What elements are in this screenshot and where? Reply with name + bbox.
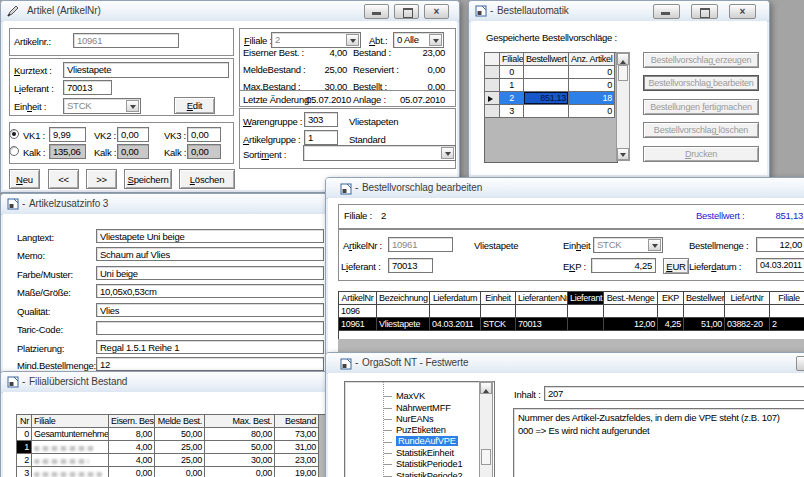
col-header[interactable]: Melde Best.	[155, 415, 205, 428]
titlebar-artikel[interactable]: Artikel (ArtikelNr) ×	[1, 1, 459, 22]
col-header[interactable]: Einheit	[481, 292, 516, 305]
titlebar-festwerte[interactable]: - OrgaSoft NT - Festwerte	[326, 353, 804, 374]
bestellvorschlag-bearbeiten-button[interactable]: Bestellvorschlag bearbeiten	[643, 75, 759, 91]
scroll-up-button[interactable]	[480, 382, 492, 394]
sortiment-combo[interactable]	[303, 145, 456, 161]
chevron-down-icon[interactable]	[648, 239, 661, 251]
col-header[interactable]: ArtikelNr	[339, 292, 377, 305]
col-header[interactable]: Bestellwert	[684, 292, 725, 305]
titlebar-bestellvorschlag[interactable]: - Bestellvorschlag bearbeiten	[326, 178, 804, 199]
col-header[interactable]: Lieferdatum	[430, 292, 481, 305]
tree-item-selected[interactable]: RundeAufVPE	[396, 436, 458, 446]
artikelnr-field[interactable]: 10961	[388, 237, 453, 252]
vk1-field[interactable]: 9,99	[49, 127, 86, 142]
bestellvorschlag-loeschen-button[interactable]: Bestellvorschlag löschen	[643, 122, 759, 138]
maximize-button[interactable]	[394, 4, 419, 19]
artikelnr-field[interactable]: 10961	[73, 33, 179, 48]
vk3-field[interactable]: 0,00	[187, 127, 221, 142]
taric-field[interactable]	[96, 321, 324, 335]
chevron-down-icon[interactable]	[346, 34, 359, 46]
eur-button[interactable]: EUR	[663, 258, 689, 274]
scrollbar-thumb[interactable]	[481, 449, 491, 465]
speichern-button[interactable]: Speichern	[124, 169, 172, 189]
lieferant-field[interactable]: 70013	[63, 80, 112, 95]
col-header[interactable]: Anz. Artikel	[569, 53, 615, 66]
scroll-down-button[interactable]	[617, 148, 629, 160]
col-header[interactable]: Bestellwert	[524, 53, 569, 66]
vk2-field[interactable]: 0,00	[117, 127, 149, 142]
tree-item[interactable]: StatistikEinheit	[396, 448, 454, 458]
col-header[interactable]: Eisern. Best.	[109, 415, 155, 428]
ekp-field[interactable]: 4,25	[591, 258, 656, 273]
tree-scrollbar[interactable]	[479, 381, 493, 477]
neu-button[interactable]: Neu	[9, 169, 40, 189]
col-header[interactable]: LieferantenNr	[516, 292, 568, 305]
kurztext-field[interactable]: Vliestapete	[63, 62, 229, 78]
tree-item[interactable]: MaxVK	[396, 391, 425, 401]
tree-item[interactable]: NährwertMFF	[396, 403, 451, 413]
platzierung-field[interactable]: Regal 1.5.1 Reihe 1	[96, 340, 324, 354]
close-button[interactable]: ×	[729, 4, 756, 19]
grid-scrollbar[interactable]	[616, 52, 630, 161]
memo-field[interactable]: Schaum auf Vlies	[96, 247, 324, 261]
qualitaet-field[interactable]: Vlies	[96, 303, 324, 317]
prev-button[interactable]: <<	[48, 169, 79, 189]
filiale-combo[interactable]: 2	[271, 32, 361, 48]
minimize-button[interactable]	[653, 4, 680, 19]
col-header[interactable]: LiefArtNr	[725, 292, 770, 305]
titlebar-artikelzusatzinfo[interactable]: - Artikelzusatzinfo 3	[1, 194, 331, 215]
warengruppe-field[interactable]: 303	[304, 112, 338, 127]
col-header[interactable]: Bezeichnung	[377, 292, 430, 305]
einheit-combo[interactable]: STCK	[63, 98, 141, 114]
tree-item[interactable]: StatistikPeriode1	[396, 459, 462, 469]
bestellungen-fertigmachen-button[interactable]: Bestellungen fertigmachen	[643, 99, 759, 115]
chevron-down-icon[interactable]	[441, 147, 454, 159]
vk1-radio[interactable]	[9, 129, 19, 139]
next-button[interactable]: >>	[86, 169, 117, 189]
table-row[interactable]: 1 4,00 25,00 50,00 31,00	[17, 441, 319, 454]
table-row[interactable]: 3 0	[485, 105, 615, 118]
col-header-sorted[interactable]: Lieferant	[568, 292, 604, 305]
scroll-up-button[interactable]	[617, 53, 629, 65]
table-row[interactable]: 3 0,00 0,00 0,00 19,00	[17, 467, 319, 477]
titlebar-bestellautomatik[interactable]: - Bestellautomatik ×	[469, 1, 769, 22]
col-header[interactable]: Filiale	[500, 53, 524, 66]
bestellvorschlag-erzeugen-button[interactable]: Bestellvorschlag erzeugen	[643, 52, 759, 68]
minimize-button[interactable]	[796, 356, 804, 371]
einheit-combo[interactable]: STCK	[593, 237, 663, 253]
kalk-radio[interactable]	[9, 146, 19, 156]
kalk2-field[interactable]: 0,00	[117, 144, 149, 159]
chevron-down-icon[interactable]	[126, 100, 139, 112]
table-row-selected[interactable]: 10961 Vliestapete 04.03.2011 STCK 70013 …	[339, 318, 804, 331]
tree-item[interactable]: PuzEtiketten	[396, 425, 446, 435]
col-header[interactable]: Bestand	[275, 415, 319, 428]
col-header[interactable]: Best.-Menge	[604, 292, 658, 305]
maximize-button[interactable]	[691, 4, 718, 19]
table-row[interactable]: 0 0	[485, 66, 615, 79]
tree-item[interactable]: NurEANs	[396, 414, 433, 424]
festwerte-tree[interactable]: MaxVK NährwertMFF NurEANs PuzEtiketten R…	[344, 381, 495, 477]
table-row[interactable]: 0 Gesamtunternehmer 8,00 50,00 80,00 73,…	[17, 428, 319, 441]
artikelgruppe-field[interactable]: 1	[304, 130, 338, 145]
langtext-field[interactable]: Vliestapete Uni beige	[96, 229, 324, 243]
bestellmenge-field[interactable]: 12,00	[756, 237, 804, 252]
close-button[interactable]: ×	[424, 4, 449, 19]
tree-item[interactable]: StatistikPeriode2	[396, 471, 462, 477]
scrollbar-thumb[interactable]	[618, 65, 628, 81]
edit-button[interactable]: Edit	[174, 97, 215, 114]
filter-row[interactable]: 1096	[339, 305, 804, 318]
kalk3-field[interactable]: 0,00	[187, 144, 221, 159]
table-row-selected[interactable]: 2 851,13 18	[485, 92, 615, 105]
loeschen-button[interactable]: Löschen	[179, 169, 235, 189]
lieferdatum-field[interactable]: 04.03.2011	[756, 258, 804, 273]
col-header[interactable]: Filiale	[32, 415, 109, 428]
titlebar-filialuebersicht[interactable]: - Filialübersicht Bestand	[1, 372, 331, 393]
inhalt-field[interactable]: 207	[544, 386, 804, 401]
lieferant-field[interactable]: 70013	[388, 258, 433, 273]
kalk1-field[interactable]: 135,06	[49, 144, 86, 159]
col-header[interactable]: Nr	[17, 415, 32, 428]
minimize-button[interactable]	[364, 4, 389, 19]
masse-field[interactable]: 10,05x0,53cm	[96, 284, 324, 298]
col-header[interactable]: Filiale	[770, 292, 804, 305]
farbe-field[interactable]: Uni beige	[96, 266, 324, 280]
